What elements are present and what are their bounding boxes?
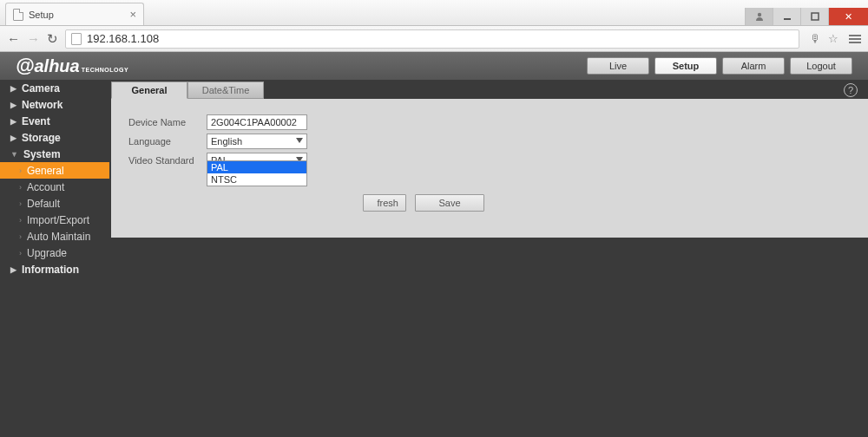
save-button[interactable]: Save bbox=[415, 194, 484, 212]
video-standard-dropdown: PAL NTSC bbox=[207, 160, 307, 186]
tab-logout[interactable]: Logout bbox=[790, 57, 852, 75]
svg-rect-1 bbox=[784, 18, 791, 20]
content-tab-datetime[interactable]: Date&Time bbox=[187, 82, 264, 99]
sidebar-item-camera[interactable]: ▶Camera bbox=[0, 80, 109, 96]
label-video-standard: Video Standard bbox=[128, 155, 207, 166]
language-select[interactable]: English bbox=[207, 134, 307, 149]
user-icon[interactable] bbox=[745, 8, 773, 25]
sidebar: ▶Camera ▶Network ▶Event ▶Storage ▼System… bbox=[0, 80, 109, 437]
sidebar-item-event[interactable]: ▶Event bbox=[0, 113, 109, 129]
browser-titlebar: Setup × ✕ bbox=[0, 0, 868, 26]
window-buttons: ✕ bbox=[745, 8, 868, 25]
option-pal[interactable]: PAL bbox=[207, 161, 306, 173]
browser-addressbar: ← → ↻ 192.168.1.108 🎙 ☆ bbox=[0, 26, 868, 52]
sidebar-item-system[interactable]: ▼System bbox=[0, 146, 109, 162]
help-icon[interactable]: ? bbox=[844, 83, 858, 97]
back-icon[interactable]: ← bbox=[7, 31, 20, 46]
sidebar-item-import-export[interactable]: ›Import/Export bbox=[0, 212, 109, 228]
chevron-right-icon: ▶ bbox=[10, 117, 16, 126]
chevron-right-icon: ▶ bbox=[10, 101, 16, 109]
sidebar-item-storage[interactable]: ▶Storage bbox=[0, 129, 109, 146]
browser-tab[interactable]: Setup × bbox=[5, 3, 144, 25]
menu-icon[interactable] bbox=[849, 35, 861, 43]
logo: @alhuaTECHNOLOGY bbox=[16, 55, 128, 77]
address-input[interactable]: 192.168.1.108 bbox=[65, 29, 799, 49]
chevron-right-icon: › bbox=[19, 166, 22, 175]
chevron-right-icon: › bbox=[19, 199, 22, 208]
chevron-down-icon bbox=[296, 138, 303, 143]
sidebar-item-network[interactable]: ▶Network bbox=[0, 96, 109, 113]
reload-icon[interactable]: ↻ bbox=[47, 31, 58, 47]
page-icon bbox=[71, 33, 82, 45]
chevron-right-icon: ▶ bbox=[10, 134, 16, 142]
device-name-input[interactable] bbox=[207, 114, 307, 130]
app-header: @alhuaTECHNOLOGY Live Setup Alarm Logout bbox=[0, 52, 868, 80]
chevron-right-icon: ▶ bbox=[10, 265, 16, 274]
chevron-right-icon: › bbox=[19, 232, 22, 241]
microphone-icon[interactable]: 🎙 bbox=[810, 32, 821, 45]
chevron-right-icon: › bbox=[19, 249, 22, 258]
forward-icon[interactable]: → bbox=[27, 31, 40, 46]
tab-setup[interactable]: Setup bbox=[654, 57, 717, 75]
star-icon[interactable]: ☆ bbox=[828, 32, 838, 45]
chevron-right-icon: › bbox=[19, 216, 22, 225]
minimize-icon[interactable] bbox=[773, 8, 800, 25]
label-device-name: Device Name bbox=[128, 117, 207, 127]
sidebar-item-account[interactable]: ›Account bbox=[0, 179, 109, 195]
sidebar-item-information[interactable]: ▶Information bbox=[0, 261, 109, 277]
option-ntsc[interactable]: NTSC bbox=[207, 173, 306, 186]
top-tabs: Live Setup Alarm Logout bbox=[587, 57, 852, 75]
tab-alarm[interactable]: Alarm bbox=[722, 57, 785, 75]
refresh-button[interactable]: fresh bbox=[363, 194, 406, 212]
chevron-right-icon: › bbox=[19, 183, 22, 192]
settings-panel: Device Name Language English Video Stand… bbox=[111, 99, 868, 238]
chevron-down-icon: ▼ bbox=[10, 150, 18, 159]
tab-close-icon[interactable]: × bbox=[129, 8, 136, 21]
sidebar-item-general[interactable]: ›General bbox=[0, 162, 109, 179]
sidebar-item-default[interactable]: ›Default bbox=[0, 195, 109, 212]
content-tab-general[interactable]: General bbox=[111, 82, 187, 99]
sidebar-item-auto-maintain[interactable]: ›Auto Maintain bbox=[0, 228, 109, 245]
page-icon bbox=[13, 9, 23, 21]
url-text: 192.168.1.108 bbox=[87, 32, 159, 45]
content-area: General Date&Time ? Device Name Language… bbox=[109, 80, 868, 437]
content-tabs: General Date&Time bbox=[111, 82, 868, 99]
window-close-icon[interactable]: ✕ bbox=[828, 8, 868, 25]
tab-live[interactable]: Live bbox=[587, 57, 649, 75]
sidebar-item-upgrade[interactable]: ›Upgrade bbox=[0, 245, 109, 261]
svg-point-0 bbox=[757, 13, 760, 16]
svg-rect-2 bbox=[812, 13, 819, 20]
maximize-icon[interactable] bbox=[800, 8, 828, 25]
chevron-right-icon: ▶ bbox=[10, 84, 16, 93]
label-language: Language bbox=[128, 136, 207, 147]
tab-title: Setup bbox=[29, 10, 54, 20]
